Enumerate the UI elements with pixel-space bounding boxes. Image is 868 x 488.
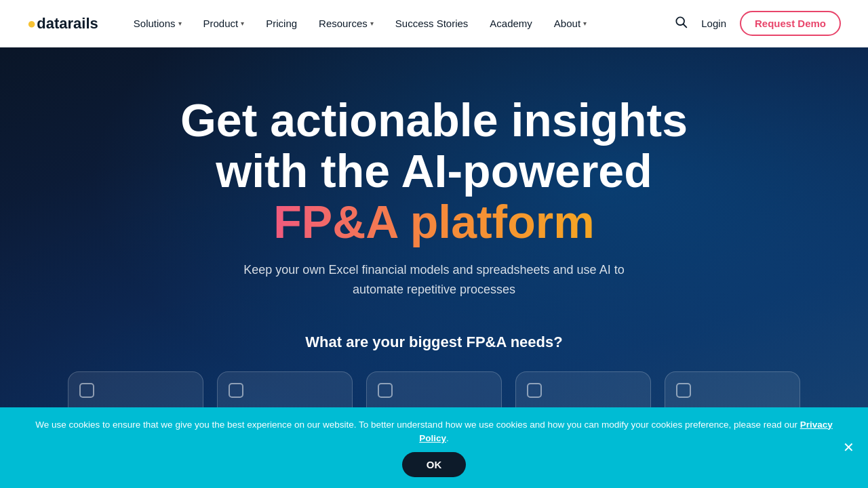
search-icon[interactable] xyxy=(674,15,688,32)
close-icon[interactable]: ✕ xyxy=(843,439,854,455)
chevron-down-icon: ▾ xyxy=(241,20,244,27)
hero-title-gradient: FP&A platform xyxy=(273,196,594,247)
chevron-down-icon: ▾ xyxy=(178,20,182,27)
card-checkbox-3[interactable] xyxy=(378,383,393,398)
chevron-down-icon: ▾ xyxy=(583,20,587,27)
nav-right: Login Request Demo xyxy=(674,11,841,36)
logo-dot-icon: ● xyxy=(27,15,36,33)
cookie-text: We use cookies to ensure that we give yo… xyxy=(27,418,841,446)
cookie-content: We use cookies to ensure that we give yo… xyxy=(27,418,841,478)
hero-title: Get actionable insights with the AI-powe… xyxy=(180,95,688,247)
hero-subtitle: Keep your own Excel financial models and… xyxy=(224,260,644,300)
nav-success-stories[interactable]: Success Stories xyxy=(387,12,477,35)
card-checkbox-1[interactable] xyxy=(79,383,94,398)
nav-links: Solutions ▾ Product ▾ Pricing Resources … xyxy=(125,12,674,35)
card-checkbox-4[interactable] xyxy=(527,383,542,398)
nav-academy[interactable]: Academy xyxy=(481,12,540,35)
navbar: ● datarails Solutions ▾ Product ▾ Pricin… xyxy=(0,0,868,47)
ok-btn-row: OK xyxy=(27,452,841,477)
nav-solutions[interactable]: Solutions ▾ xyxy=(125,12,190,35)
needs-title: What are your biggest FP&A needs? xyxy=(305,333,562,351)
nav-product[interactable]: Product ▾ xyxy=(195,12,253,35)
svg-line-1 xyxy=(684,24,687,28)
logo[interactable]: ● datarails xyxy=(27,15,98,33)
request-demo-button[interactable]: Request Demo xyxy=(740,11,841,36)
chevron-down-icon: ▾ xyxy=(370,20,374,27)
ok-button[interactable]: OK xyxy=(402,452,467,477)
nav-resources[interactable]: Resources ▾ xyxy=(311,12,382,35)
cookie-banner: We use cookies to ensure that we give yo… xyxy=(0,407,868,489)
login-link[interactable]: Login xyxy=(701,18,726,29)
nav-about[interactable]: About ▾ xyxy=(546,12,595,35)
card-checkbox-5[interactable] xyxy=(676,383,691,398)
card-checkbox-2[interactable] xyxy=(229,383,243,398)
logo-text: datarails xyxy=(37,15,98,33)
nav-pricing[interactable]: Pricing xyxy=(258,12,305,35)
